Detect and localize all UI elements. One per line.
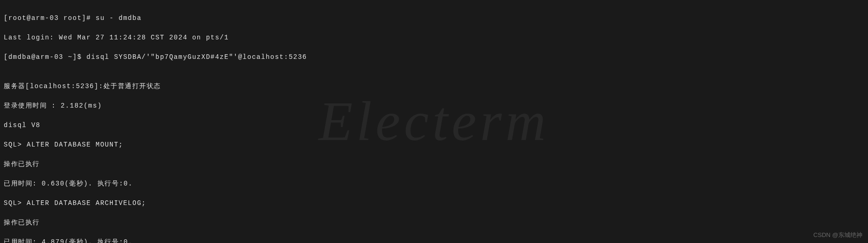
terminal-line: 已用时间: 4.879(毫秒). 执行号:0. <box>4 237 864 243</box>
terminal-line: SQL> ALTER DATABASE ARCHIVELOG; <box>4 198 864 208</box>
terminal-line: disql V8 <box>4 121 864 130</box>
terminal-line: 操作已执行 <box>4 218 864 228</box>
terminal-line: 已用时间: 0.630(毫秒). 执行号:0. <box>4 179 864 189</box>
terminal-line: 登录使用时间 : 2.182(ms) <box>4 101 864 111</box>
terminal-line: [dmdba@arm-03 ~]$ disql SYSDBA/'"bp7Qamy… <box>4 52 864 62</box>
terminal-line: 服务器[localhost:5236]:处于普通打开状态 <box>4 82 864 91</box>
terminal-line: 操作已执行 <box>4 160 864 169</box>
terminal-output[interactable]: [root@arm-03 root]# su - dmdba Last logi… <box>4 4 864 243</box>
terminal-line: [root@arm-03 root]# su - dmdba <box>4 13 864 23</box>
terminal-line: Last login: Wed Mar 27 11:24:28 CST 2024… <box>4 33 864 43</box>
terminal-line: SQL> ALTER DATABASE MOUNT; <box>4 140 864 150</box>
csdn-watermark: CSDN @东城绝神 <box>813 230 862 240</box>
